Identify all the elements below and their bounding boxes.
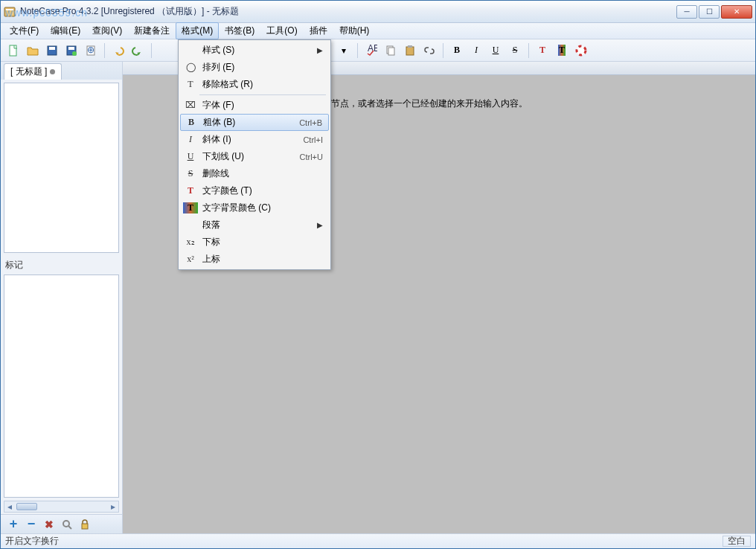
menu-item-icon: T [183, 79, 198, 90]
horizontal-scrollbar[interactable]: ◂ ▸ [4, 501, 119, 513]
menu-工具(O)[interactable]: 工具(O) [260, 22, 303, 39]
help-button[interactable] [573, 42, 589, 59]
menu-格式(M)[interactable]: 格式(M) [176, 22, 219, 39]
submenu-arrow-icon: ▶ [317, 221, 323, 229]
menu-item-icon: ⌧ [183, 100, 198, 111]
menu-item-字体 (F)[interactable]: ⌧字体 (F) [180, 97, 329, 114]
goto-dropdown[interactable]: ▾ [336, 42, 352, 59]
bold-button[interactable]: B [449, 42, 465, 59]
search-node-button[interactable] [60, 518, 74, 531]
svg-point-15 [577, 46, 586, 55]
toolbar-separator [443, 43, 443, 58]
underline-button[interactable]: U [487, 42, 504, 59]
paste-button[interactable] [402, 42, 418, 59]
menu-item-排列 (E)[interactable]: ◯排列 (E) [180, 59, 329, 76]
status-left: 开启文字换行 [5, 535, 59, 548]
menu-item-label: 粗体 (B) [199, 116, 299, 129]
text-bg-button[interactable]: T [554, 42, 570, 59]
menu-item-下标[interactable]: x₂下标 [180, 234, 329, 251]
tab-dot-icon [50, 69, 55, 74]
submenu-arrow-icon: ▶ [317, 46, 323, 54]
toolbar: ⊕ ▾ AB B I U S T T [1, 39, 755, 62]
menu-item-label: 样式 (S) [198, 44, 317, 57]
lock-node-button[interactable] [78, 518, 92, 531]
menu-item-上标[interactable]: x²上标 [180, 251, 329, 268]
menu-item-删除线[interactable]: S删除线 [180, 165, 329, 182]
svg-point-16 [63, 521, 69, 527]
menu-item-label: 文字背景颜色 (C) [198, 202, 323, 214]
svg-point-7 [72, 51, 77, 56]
menu-item-icon: ◯ [183, 62, 198, 73]
svg-rect-2 [10, 45, 16, 56]
menu-查阅(V)[interactable]: 查阅(V) [86, 22, 128, 39]
open-button[interactable] [25, 42, 41, 59]
svg-text:⊕: ⊕ [87, 45, 94, 55]
tree-actions-toolbar: + − ✖ [1, 514, 122, 533]
scroll-left-arrow[interactable]: ◂ [4, 501, 15, 512]
document-tab[interactable]: [ 无标题 ] [4, 63, 62, 80]
svg-rect-12 [388, 48, 394, 55]
save-as-button[interactable] [63, 42, 80, 59]
menu-编辑(E)[interactable]: 编辑(E) [45, 22, 86, 39]
menu-item-label: 斜体 (I) [198, 133, 303, 146]
menu-item-文字背景颜色 (C)[interactable]: T文字背景颜色 (C) [180, 199, 329, 216]
insert-button[interactable]: ⊕ [83, 42, 99, 59]
format-menu-dropdown: 样式 (S)▶◯排列 (E)T移除格式 (R)⌧字体 (F)B粗体 (B)Ctr… [178, 39, 331, 270]
menu-bar: 文件(F)编辑(E)查阅(V)新建备注格式(M)书签(B)工具(O)插件帮助(H… [1, 23, 755, 39]
italic-button[interactable]: I [468, 42, 484, 59]
delete-node-button[interactable]: ✖ [42, 518, 56, 531]
menu-文件(F)[interactable]: 文件(F) [4, 22, 45, 39]
text-color-button[interactable]: T [534, 42, 551, 59]
left-pane: [ 无标题 ] 标记 ◂ ▸ + − ✖ [1, 62, 123, 533]
redo-button[interactable] [129, 42, 146, 59]
menu-item-斜体 (I)[interactable]: I斜体 (I)Ctrl+I [180, 131, 329, 148]
remove-node-button[interactable]: − [25, 518, 38, 531]
scroll-right-arrow[interactable]: ▸ [108, 501, 118, 512]
menu-item-文字颜色 (T)[interactable]: T文字颜色 (T) [180, 182, 329, 199]
copy-button[interactable] [382, 42, 399, 59]
tag-panel[interactable] [4, 274, 119, 498]
tree-panel[interactable] [4, 83, 119, 253]
menu-item-icon: S [183, 168, 198, 179]
tab-label: [ 无标题 ] [10, 65, 47, 78]
menu-item-段落[interactable]: 段落▶ [180, 216, 329, 234]
scroll-thumb[interactable] [16, 503, 37, 510]
svg-rect-13 [406, 47, 414, 55]
minimize-button[interactable]: ─ [676, 5, 697, 19]
workspace: [ 无标题 ] 标记 ◂ ▸ + − ✖ 节点，或者选择一个已经创建的来开始输入… [1, 62, 755, 533]
menu-item-shortcut: Ctrl+U [300, 152, 323, 161]
maximize-button[interactable]: ☐ [699, 5, 720, 19]
menu-item-样式 (S)[interactable]: 样式 (S)▶ [180, 42, 329, 59]
menu-item-icon: B [184, 117, 199, 128]
spellcheck-button[interactable]: AB [363, 42, 379, 59]
toolbar-separator [104, 43, 105, 58]
menu-item-label: 下划线 (U) [198, 150, 300, 163]
menu-item-icon: I [183, 134, 198, 145]
add-node-button[interactable]: + [7, 518, 20, 531]
menu-item-粗体 (B)[interactable]: B粗体 (B)Ctrl+B [180, 114, 329, 131]
menu-帮助(H)[interactable]: 帮助(H) [333, 22, 376, 39]
menu-item-label: 排列 (E) [198, 61, 323, 74]
status-right: 空白 [723, 536, 751, 547]
toolbar-separator [151, 43, 152, 58]
menu-item-label: 文字颜色 (T) [198, 184, 323, 197]
svg-rect-17 [82, 524, 88, 529]
menu-item-下划线 (U)[interactable]: U下划线 (U)Ctrl+U [180, 148, 329, 165]
new-doc-button[interactable] [5, 42, 22, 59]
link-button[interactable] [421, 42, 438, 59]
menu-item-icon: x₂ [183, 237, 198, 248]
menu-item-icon: U [183, 151, 198, 162]
menu-插件[interactable]: 插件 [304, 22, 333, 39]
menu-item-label: 移除格式 (R) [198, 78, 323, 91]
tag-section-label: 标记 [1, 256, 122, 274]
close-button[interactable]: ✕ [721, 5, 752, 19]
strike-button[interactable]: S [507, 42, 523, 59]
menu-item-shortcut: Ctrl+I [303, 135, 323, 144]
title-bar: NoteCase Pro 4.3.2 [Unregistered （试用版）] … [1, 1, 755, 23]
save-button[interactable] [44, 42, 60, 59]
undo-button[interactable] [110, 42, 126, 59]
menu-item-label: 删除线 [198, 167, 323, 180]
menu-item-移除格式 (R)[interactable]: T移除格式 (R) [180, 76, 329, 93]
menu-新建备注[interactable]: 新建备注 [128, 22, 176, 39]
menu-书签(B)[interactable]: 书签(B) [219, 22, 260, 39]
